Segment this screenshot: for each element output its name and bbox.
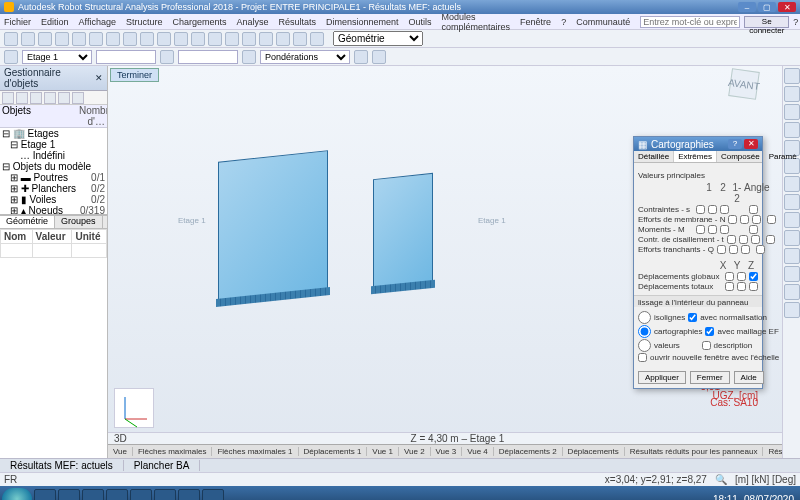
chk-y[interactable] <box>737 282 746 291</box>
tree-item[interactable]: ⊞ ▮ Voiles0/2 <box>0 194 107 205</box>
menu-modules[interactable]: Modules complémentaires <box>442 12 511 32</box>
view-tab[interactable]: Vue <box>108 447 133 456</box>
tree-item[interactable]: … Indéfini <box>0 150 107 161</box>
save-icon[interactable] <box>38 32 52 46</box>
om-tool-3-icon[interactable] <box>30 92 42 104</box>
chk[interactable] <box>740 215 749 224</box>
layout-select[interactable]: Géométrie <box>333 31 423 46</box>
menu-fichier[interactable]: Fichier <box>4 17 31 27</box>
chk-x[interactable] <box>725 282 734 291</box>
display-radio[interactable] <box>638 311 651 324</box>
tree-item[interactable]: ⊞ ✚ Planchers0/2 <box>0 183 107 194</box>
viewport-finish-button[interactable]: Terminer <box>110 68 159 82</box>
chk-angle[interactable] <box>766 235 775 244</box>
chk[interactable] <box>728 215 737 224</box>
rt-supports-icon[interactable] <box>784 122 800 138</box>
dialog-tab-extremes[interactable]: Extrêmes <box>674 151 717 162</box>
login-button[interactable]: Se connecter <box>744 16 789 28</box>
tree-item[interactable]: ⊟ Objets du modèle <box>0 161 107 172</box>
properties-grid[interactable]: Nom Valeur Unité <box>0 229 107 458</box>
rt-screenshot-icon[interactable] <box>784 302 800 318</box>
view-tab[interactable]: Flèches maximales <box>133 447 212 456</box>
undo-icon[interactable] <box>72 32 86 46</box>
zoom-extents-icon[interactable] <box>191 32 205 46</box>
loadcase-icon[interactable] <box>242 50 256 64</box>
copy-icon[interactable] <box>123 32 137 46</box>
taskbar-app-robot[interactable] <box>82 489 104 500</box>
om-tool-5-icon[interactable] <box>58 92 70 104</box>
open-icon[interactable] <box>21 32 35 46</box>
doc-tab-plancher[interactable]: Plancher BA <box>124 460 201 471</box>
rt-calc-icon[interactable] <box>784 212 800 228</box>
search-input[interactable] <box>640 16 740 28</box>
tree-item[interactable]: ⊞ ▬ Poutres0/1 <box>0 172 107 183</box>
chk[interactable] <box>696 205 705 214</box>
view-tab[interactable]: Vue 4 <box>462 447 494 456</box>
maximize-button[interactable]: ▢ <box>758 2 776 12</box>
status-zoom-icon[interactable]: 🔍 <box>715 474 727 485</box>
axis-widget[interactable] <box>114 388 154 428</box>
taskbar-app-autocad[interactable] <box>154 489 176 500</box>
om-tool-1-icon[interactable] <box>2 92 14 104</box>
rt-materials-icon[interactable] <box>784 176 800 192</box>
selection-input[interactable] <box>96 50 156 64</box>
opt-check[interactable] <box>702 341 711 350</box>
view-cube[interactable]: AVANT <box>728 68 760 100</box>
view-tab[interactable]: Déplacements 2 <box>494 447 563 456</box>
close-button[interactable]: ✕ <box>778 2 796 12</box>
rt-tables-icon[interactable] <box>784 266 800 282</box>
apply-button[interactable]: Appliquer <box>638 371 686 384</box>
opt-check[interactable] <box>688 313 697 322</box>
loadcase-select[interactable]: Pondérations <box>260 50 350 64</box>
taskbar-app-chrome[interactable] <box>202 489 224 500</box>
minimize-button[interactable]: – <box>738 2 756 12</box>
view-tab[interactable]: Vue 1 <box>367 447 399 456</box>
wall-panel-1[interactable] <box>218 156 328 296</box>
dialog-close-button[interactable]: ✕ <box>744 139 758 149</box>
chk[interactable] <box>708 205 717 214</box>
rotate-icon[interactable] <box>225 32 239 46</box>
cut-icon[interactable] <box>106 32 120 46</box>
om-tool-4-icon[interactable] <box>44 92 56 104</box>
om-tool-2-icon[interactable] <box>16 92 28 104</box>
next-case-icon[interactable] <box>372 50 386 64</box>
menu-resultats[interactable]: Résultats <box>279 17 317 27</box>
help-button[interactable]: Aide <box>734 371 764 384</box>
view-tab[interactable]: Vue 3 <box>431 447 463 456</box>
help-icon[interactable]: ? <box>793 17 798 27</box>
chk-z[interactable] <box>749 272 758 281</box>
chk[interactable] <box>720 205 729 214</box>
select-icon[interactable] <box>157 32 171 46</box>
rt-nodes-icon[interactable] <box>784 68 800 84</box>
doc-tab-results[interactable]: Résultats MEF: actuels <box>0 460 124 471</box>
taskbar-app-firefox[interactable] <box>178 489 200 500</box>
rt-bars-icon[interactable] <box>784 86 800 102</box>
viewport-3d[interactable]: Terminer AVANT Etage 1 Etage 1 0,0-0,00-… <box>108 66 782 458</box>
rt-panels-icon[interactable] <box>784 104 800 120</box>
om-tool-6-icon[interactable] <box>72 92 84 104</box>
taskbar-app-explorer[interactable] <box>34 489 56 500</box>
chk[interactable] <box>727 235 736 244</box>
chk[interactable] <box>739 235 748 244</box>
chk-y[interactable] <box>737 272 746 281</box>
taskbar-app-word[interactable] <box>106 489 128 500</box>
menu-analyse[interactable]: Analyse <box>236 17 268 27</box>
view-tab[interactable]: Résultats réduits pour les panneaux <box>625 447 764 456</box>
taskbar-app-folder[interactable] <box>58 489 80 500</box>
tab-geometrie[interactable]: Géométrie <box>0 216 55 228</box>
prev-case-icon[interactable] <box>354 50 368 64</box>
panel-close-icon[interactable]: ✕ <box>95 73 103 83</box>
menu-outils[interactable]: Outils <box>409 17 432 27</box>
tree-item[interactable]: ⊟ Etage 1 <box>0 139 107 150</box>
chk-angle[interactable] <box>749 205 758 214</box>
chk[interactable] <box>741 245 750 254</box>
tree-item[interactable]: ⊞ ▴ Noeuds0/319 <box>0 205 107 215</box>
chk[interactable] <box>720 225 729 234</box>
wall-panel-2[interactable] <box>373 176 433 286</box>
chk[interactable] <box>752 215 761 224</box>
pan-icon[interactable] <box>208 32 222 46</box>
menu-help[interactable]: ? <box>561 17 566 27</box>
dialog-titlebar[interactable]: ▦ Cartographies ? ✕ <box>634 137 762 151</box>
dialog-help-button[interactable]: ? <box>728 139 742 149</box>
paste-icon[interactable] <box>140 32 154 46</box>
